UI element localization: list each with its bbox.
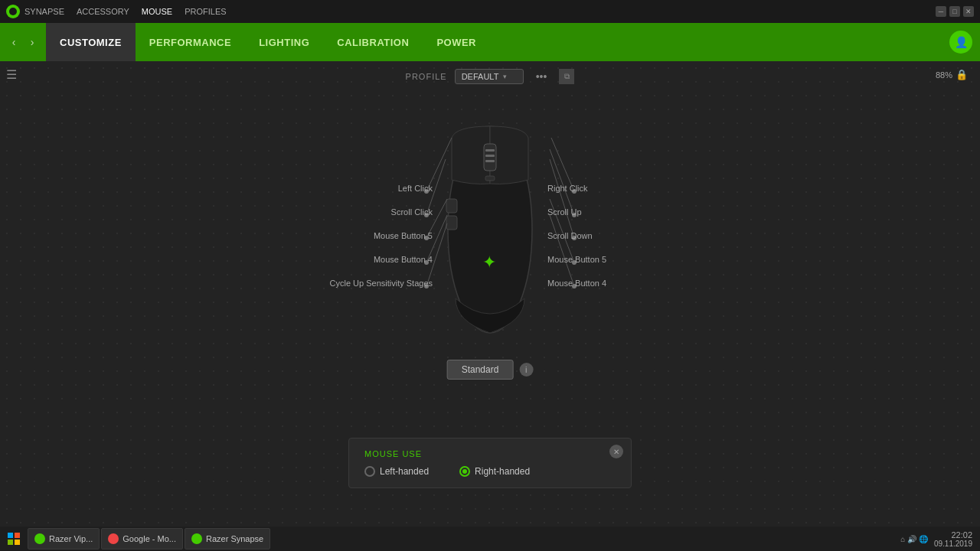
taskbar-app-razer-synapse[interactable]: Razer Synapse [185, 528, 270, 549]
tabs: CUSTOMIZE PERFORMANCE LIGHTING CALIBRATI… [46, 23, 490, 61]
title-bar-nav: SYNAPSE ACCESSORY MOUSE PROFILES [24, 7, 227, 16]
razer-synapse-icon [191, 533, 202, 544]
right-handed-radio[interactable] [459, 466, 470, 477]
tab-lighting[interactable]: LIGHTING [245, 23, 323, 61]
profile-value: DEFAULT [462, 72, 499, 81]
minimize-button[interactable]: ─ [936, 6, 946, 17]
tab-power[interactable]: POWER [423, 23, 490, 61]
mouse-use-options: Left-handed Right-handed [364, 466, 616, 477]
info-button[interactable]: i [519, 363, 533, 377]
label-mouse-btn5-left: Mouse Button 5 [374, 231, 433, 240]
razer-synapse-label: Razer Synapse [206, 534, 263, 543]
label-mouse-btn4-left: Mouse Button 4 [374, 255, 433, 264]
google-label: Google - Mo... [122, 534, 176, 543]
label-mouse-btn5-right: Mouse Button 5 [547, 255, 606, 264]
google-icon [108, 533, 119, 544]
app-icon-inner [9, 8, 17, 15]
maximize-button[interactable]: □ [949, 6, 960, 17]
svg-rect-30 [15, 533, 20, 538]
title-bar: SYNAPSE ACCESSORY MOUSE PROFILES ─ □ ✕ [0, 0, 980, 23]
svg-line-23 [550, 159, 574, 238]
profile-bar: PROFILE DEFAULT ▾ ••• ⧉ 88% 🔒 [0, 61, 980, 92]
svg-rect-2 [485, 149, 495, 152]
taskbar-icons: ⌂ 🔊 🌐 [900, 535, 928, 543]
back-arrow[interactable]: ‹ [6, 34, 21, 50]
nav-synapse[interactable]: SYNAPSE [24, 7, 64, 16]
avatar-icon: 👤 [955, 36, 968, 48]
label-scroll-click: Scroll Click [391, 207, 433, 217]
app-icon [6, 5, 20, 18]
battery-percentage: 88% [936, 70, 952, 80]
tab-calibration[interactable]: CALIBRATION [323, 23, 423, 61]
battery-icon: 🔒 [956, 69, 968, 80]
taskbar-right: ⌂ 🔊 🌐 22:02 09.11.2019 [900, 530, 977, 548]
tab-performance[interactable]: PERFORMANCE [136, 23, 245, 61]
taskbar: Razer Vip... Google - Mo... Razer Synaps… [0, 527, 980, 551]
svg-rect-29 [8, 533, 13, 538]
title-bar-left: SYNAPSE ACCESSORY MOUSE PROFILES [6, 5, 227, 18]
svg-line-21 [550, 149, 574, 215]
svg-rect-6 [446, 199, 457, 213]
mouse-diagram: ✦ [0, 107, 980, 352]
panel-close-button[interactable]: ✕ [609, 445, 623, 458]
svg-point-0 [448, 126, 532, 333]
label-right-click: Right Click [547, 184, 588, 193]
taskbar-app-google[interactable]: Google - Mo... [101, 528, 183, 549]
taskbar-time: 22:02 [934, 530, 972, 540]
nav-arrows: ‹ › [6, 34, 40, 50]
taskbar-app-razer-viper[interactable]: Razer Vip... [28, 528, 100, 549]
main-content: ☰ PROFILE DEFAULT ▾ ••• ⧉ 88% 🔒 [0, 61, 980, 527]
svg-text:✦: ✦ [482, 253, 496, 272]
left-handed-radio[interactable] [364, 466, 375, 477]
right-handed-label: Right-handed [475, 466, 530, 477]
svg-rect-1 [484, 144, 496, 171]
razer-viper-label: Razer Vip... [49, 534, 93, 543]
svg-rect-4 [485, 160, 495, 162]
profile-more-button[interactable]: ••• [531, 69, 552, 84]
profile-label: PROFILE [406, 72, 447, 81]
start-button[interactable] [3, 528, 24, 549]
tab-customize[interactable]: CUSTOMIZE [46, 23, 136, 61]
label-cycle-up: Cycle Up Sensitivity Stages [330, 279, 433, 288]
profile-dropdown[interactable]: DEFAULT ▾ [455, 69, 524, 84]
nav-accessory[interactable]: ACCESSORY [77, 7, 129, 16]
taskbar-clock: 22:02 09.11.2019 [934, 530, 972, 548]
nav-profiles[interactable]: PROFILES [185, 7, 226, 16]
label-scroll-down: Scroll Down [547, 231, 593, 240]
svg-rect-32 [15, 540, 20, 545]
tab-bar: ‹ › CUSTOMIZE PERFORMANCE LIGHTING CALIB… [0, 23, 980, 61]
left-handed-label: Left-handed [380, 466, 429, 477]
razer-viper-icon [34, 533, 45, 544]
label-left-click: Left Click [398, 184, 433, 193]
standard-button[interactable]: Standard [447, 360, 514, 380]
close-button[interactable]: ✕ [963, 6, 974, 17]
nav-mouse[interactable]: MOUSE [142, 7, 172, 16]
diagram-svg: ✦ [0, 107, 980, 352]
left-handed-option[interactable]: Left-handed [364, 466, 429, 477]
right-handed-option[interactable]: Right-handed [459, 466, 530, 477]
taskbar-date: 09.11.2019 [934, 540, 972, 548]
svg-rect-31 [8, 540, 13, 545]
user-avatar[interactable]: 👤 [949, 31, 972, 54]
profile-copy-button[interactable]: ⧉ [559, 69, 574, 84]
windows-icon [8, 533, 20, 545]
dropdown-arrow-icon: ▾ [503, 73, 507, 80]
label-scroll-up: Scroll Up [547, 207, 582, 217]
svg-rect-3 [485, 155, 495, 157]
label-mouse-btn4-right: Mouse Button 4 [547, 279, 606, 288]
svg-rect-5 [485, 176, 495, 181]
tab-bar-right: 👤 [949, 31, 972, 54]
taskbar-apps: Razer Vip... Google - Mo... Razer Synaps… [28, 528, 270, 549]
svg-line-27 [550, 215, 574, 286]
standard-btn-area: Standard i [447, 360, 534, 380]
svg-rect-7 [446, 216, 457, 230]
mouse-use-panel: ✕ MOUSE USE Left-handed Right-handed [348, 438, 632, 488]
mouse-use-title: MOUSE USE [364, 449, 616, 458]
battery-indicator: 88% 🔒 [936, 69, 968, 80]
forward-arrow[interactable]: › [24, 34, 40, 50]
title-bar-controls: ─ □ ✕ [936, 6, 974, 17]
